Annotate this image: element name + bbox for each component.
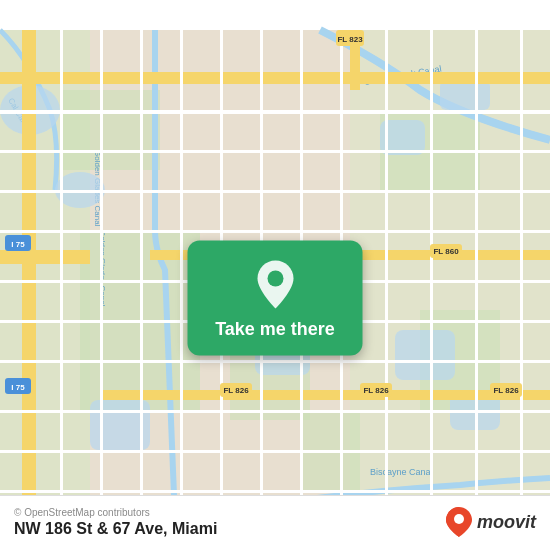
svg-rect-48 <box>475 30 478 520</box>
svg-rect-46 <box>385 30 388 520</box>
svg-rect-26 <box>22 30 36 520</box>
take-me-there-button[interactable]: Take me there <box>188 241 363 356</box>
svg-text:FL 826: FL 826 <box>363 386 389 395</box>
svg-rect-7 <box>60 90 160 170</box>
svg-text:FL 860: FL 860 <box>433 247 459 256</box>
svg-text:I 75: I 75 <box>11 383 25 392</box>
svg-rect-35 <box>0 410 550 413</box>
svg-rect-38 <box>60 30 63 520</box>
moovit-pin-icon <box>445 506 473 538</box>
svg-rect-18 <box>395 330 455 380</box>
map-container: Snake Creek Canal Golden Glades Canal Go… <box>0 0 550 550</box>
svg-rect-23 <box>0 250 90 264</box>
svg-rect-30 <box>0 190 550 193</box>
svg-rect-41 <box>180 30 183 520</box>
svg-rect-25 <box>100 390 550 400</box>
svg-rect-31 <box>0 230 550 233</box>
map-attribution: © OpenStreetMap contributors <box>14 507 217 518</box>
svg-text:FL 823: FL 823 <box>337 35 363 44</box>
svg-rect-49 <box>520 30 523 520</box>
svg-text:Biscayne Canal: Biscayne Canal <box>370 467 433 477</box>
svg-rect-22 <box>0 72 550 84</box>
svg-rect-28 <box>0 110 550 114</box>
svg-rect-36 <box>0 450 550 453</box>
svg-text:I 75: I 75 <box>11 240 25 249</box>
location-pin-icon <box>253 259 297 311</box>
svg-rect-34 <box>0 360 550 363</box>
svg-rect-47 <box>430 30 433 520</box>
svg-text:FL 826: FL 826 <box>223 386 249 395</box>
cta-label: Take me there <box>195 319 355 356</box>
moovit-logo: moovit <box>445 506 536 538</box>
pin-icon-area <box>233 241 317 319</box>
svg-point-67 <box>454 514 464 524</box>
attribution-text: © OpenStreetMap contributors <box>14 507 150 518</box>
bottom-bar: © OpenStreetMap contributors NW 186 St &… <box>0 495 550 550</box>
svg-rect-17 <box>440 80 490 110</box>
svg-rect-37 <box>0 490 550 493</box>
moovit-text: moovit <box>477 512 536 533</box>
svg-rect-40 <box>140 30 143 520</box>
svg-rect-39 <box>100 30 103 520</box>
location-label: NW 186 St & 67 Ave, Miami <box>14 520 217 538</box>
svg-text:FL 826: FL 826 <box>493 386 519 395</box>
svg-point-66 <box>267 271 283 287</box>
bottom-left: © OpenStreetMap contributors NW 186 St &… <box>14 507 217 538</box>
svg-rect-29 <box>0 150 550 153</box>
